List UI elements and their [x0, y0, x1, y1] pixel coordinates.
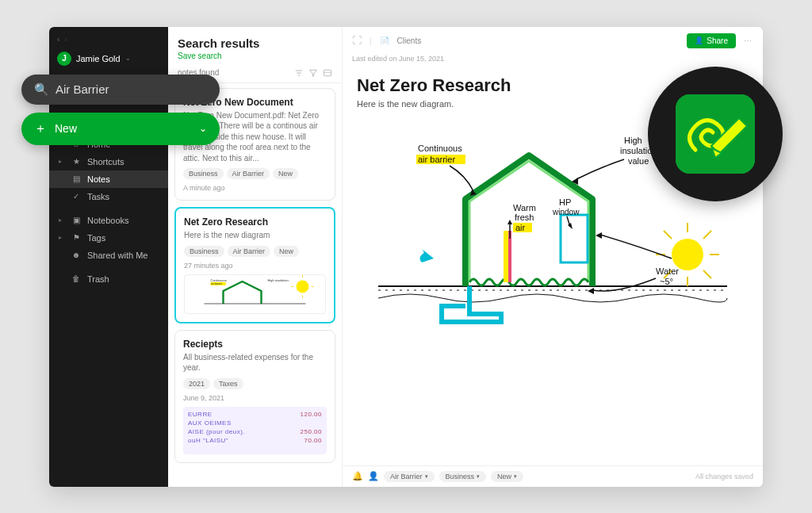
list-title: Search results — [178, 36, 332, 50]
sidebar-item-tags[interactable]: ▸⚑ Tags — [49, 229, 168, 247]
svg-text:~5°: ~5° — [660, 277, 673, 286]
notebook-name[interactable]: Clients — [397, 36, 422, 45]
tag-chip[interactable]: Business — [183, 168, 224, 179]
caret-icon: ▸ — [59, 216, 63, 224]
reminder-icon[interactable]: 🔔 — [352, 471, 363, 481]
expand-icon[interactable]: ⛶ — [352, 35, 362, 46]
people-icon: ☻ — [71, 251, 81, 259]
tag-chip[interactable]: 2021 — [183, 378, 210, 389]
star-icon: ★ — [71, 157, 81, 166]
tag-chip[interactable]: Taxes — [213, 378, 243, 389]
search-icon: 🔍 — [34, 82, 49, 97]
sidebar-item-label: Shared with Me — [87, 251, 147, 260]
caret-icon: ▸ — [59, 158, 63, 165]
svg-text:air barrier: air barrier — [418, 155, 455, 164]
svg-text:fresh: fresh — [515, 212, 534, 222]
new-button[interactable]: ＋ New ⌄ — [21, 113, 220, 145]
note-card-timestamp: 27 minutes ago — [184, 262, 326, 270]
tag-chip[interactable]: Air Barrier▾ — [384, 471, 435, 482]
sidebar-item-label: Tags — [87, 233, 105, 243]
svg-line-18 — [664, 231, 672, 239]
tag-chip[interactable]: New — [273, 168, 298, 179]
svg-marker-43 — [588, 288, 594, 294]
note-card-timestamp: A minute ago — [183, 184, 327, 192]
note-card-timestamp: June 9, 2021 — [183, 394, 327, 402]
book-icon: ▣ — [71, 216, 81, 224]
svg-rect-45 — [676, 94, 755, 174]
share-button[interactable]: 👤 Share — [687, 33, 736, 48]
person-icon: 👤 — [695, 36, 703, 44]
save-search-link[interactable]: Save search — [178, 52, 332, 60]
note-card-selected[interactable]: Net Zero Research Here is the new diagra… — [174, 207, 335, 323]
svg-marker-44 — [596, 232, 602, 239]
note-card-title: Net Zero Research — [184, 216, 326, 228]
notebook-icon: 📄 — [380, 36, 389, 45]
sidebar-item-label: Notebooks — [87, 216, 129, 225]
tag-icon: ⚑ — [71, 233, 81, 242]
sidebar-item-notebooks[interactable]: ▸▣ Notebooks — [49, 212, 168, 229]
svg-text:High: High — [624, 136, 642, 145]
svg-text:value: value — [628, 156, 649, 166]
svg-point-13 — [672, 239, 703, 270]
add-person-icon[interactable]: 👤 — [368, 471, 379, 481]
svg-line-21 — [703, 270, 711, 278]
sidebar: ‹ › J Jamie Gold ⌄ ⌂ Home ▸★ Shortcuts ▤… — [49, 27, 168, 487]
note-card-title: Reciepts — [183, 339, 327, 350]
tag-chip[interactable]: New — [274, 246, 299, 257]
svg-point-2 — [297, 280, 309, 293]
nav-back-icon[interactable]: ‹ — [57, 35, 59, 44]
chevron-down-icon: ⌄ — [125, 55, 131, 62]
sidebar-item-label: Notes — [87, 174, 110, 184]
tag-chip[interactable]: New▾ — [491, 471, 523, 482]
nav-forward-icon[interactable]: › — [64, 35, 67, 44]
svg-rect-0 — [324, 70, 331, 76]
svg-text:window: window — [552, 208, 580, 216]
svg-line-19 — [703, 231, 711, 239]
sidebar-item-notes[interactable]: ▤ Notes — [49, 170, 168, 188]
save-status: All changes saved — [695, 473, 753, 480]
chevron-down-icon: ⌄ — [199, 123, 207, 134]
svg-text:air barrier: air barrier — [211, 282, 223, 285]
note-icon: ▤ — [71, 174, 81, 183]
note-card[interactable]: Reciepts All business-related expenses f… — [174, 330, 335, 463]
avatar: J — [57, 52, 71, 66]
note-thumbnail: Continuous air barrier High insulation — [184, 274, 326, 314]
sidebar-item-tasks[interactable]: ✓ Tasks — [49, 188, 168, 205]
svg-marker-37 — [508, 220, 512, 224]
tag-chip[interactable]: Business — [184, 246, 224, 257]
more-icon[interactable]: ⋯ — [744, 36, 753, 45]
note-card-snippet: Here is the new diagram — [184, 230, 326, 241]
user-menu[interactable]: J Jamie Gold ⌄ — [49, 48, 168, 72]
view-icon[interactable] — [323, 68, 332, 78]
check-icon: ✓ — [71, 192, 81, 201]
caret-icon: ▸ — [59, 234, 63, 241]
sidebar-item-label: Trash — [87, 274, 109, 284]
last-edited: Last edited on June 15, 2021 — [343, 55, 763, 63]
app-logo-overlay — [648, 67, 783, 201]
sidebar-item-label: Tasks — [87, 192, 109, 201]
sidebar-item-shortcuts[interactable]: ▸★ Shortcuts — [49, 153, 168, 170]
note-card-snippet: All business-related expenses for the ye… — [183, 352, 327, 373]
sidebar-item-shared[interactable]: ☻ Shared with Me — [49, 247, 168, 264]
svg-text:Warm: Warm — [513, 203, 536, 212]
filter-icon[interactable] — [308, 68, 318, 78]
svg-text:Continuous: Continuous — [418, 144, 462, 153]
sort-icon[interactable] — [294, 68, 304, 78]
tag-chip[interactable]: Business▾ — [439, 471, 487, 482]
svg-marker-40 — [568, 223, 573, 229]
svg-text:High insulation: High insulation — [268, 278, 289, 282]
new-button-label: New — [55, 122, 77, 135]
search-pill[interactable]: 🔍 — [21, 75, 220, 105]
search-input[interactable] — [56, 82, 207, 96]
sidebar-item-trash[interactable]: 🗑 Trash — [49, 270, 168, 288]
share-label: Share — [707, 36, 728, 45]
chevron-down-icon: ▾ — [514, 473, 517, 480]
svg-rect-22 — [561, 215, 588, 262]
tag-chip[interactable]: Air Barrier — [227, 168, 270, 179]
svg-text:air: air — [515, 223, 526, 232]
svg-rect-23 — [504, 231, 508, 282]
svg-text:HP: HP — [559, 197, 571, 207]
tag-chip[interactable]: Air Barrier — [228, 246, 271, 257]
note-thumbnail: EURRE120.00 AUX OEIMES AISE (pour deux).… — [183, 407, 327, 454]
trash-icon: 🗑 — [71, 274, 81, 283]
